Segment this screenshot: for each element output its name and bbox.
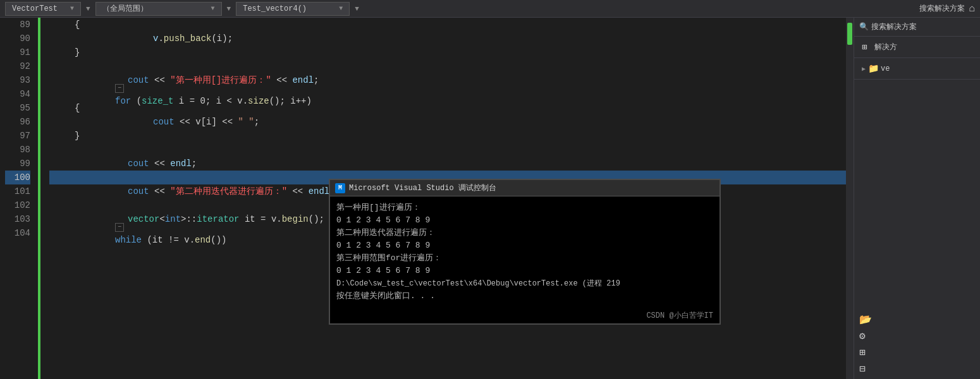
debug-title-bar: M Microsoft Visual Studio 调试控制台: [330, 180, 720, 196]
resolve-icon: ⊞: [862, 42, 872, 52]
scope-label: （全局范围）: [102, 3, 148, 14]
debug-line-2: 0 1 2 3 4 5 6 7 8 9: [336, 214, 713, 227]
separator1: ▼: [86, 5, 90, 13]
function-dropdown[interactable]: Test_vector4() ▼: [236, 2, 350, 16]
sidebar-spacer: [854, 80, 980, 310]
sidebar-ve-section: ▶ 📁 ve: [854, 58, 980, 80]
sidebar-icon-2[interactable]: ⚙: [857, 328, 977, 344]
ln-98: 98: [5, 143, 30, 157]
editor-area: 89 90 91 92 93 94 95 96 97 98 99 100 101…: [0, 18, 854, 379]
sidebar-icon-1[interactable]: 📂: [857, 312, 977, 327]
expand-icon: ⊞: [859, 346, 866, 359]
ln-95: 95: [5, 101, 30, 115]
vertical-scrollbar[interactable]: [846, 18, 854, 379]
ln-102: 102: [5, 198, 30, 212]
ve-arrow: ▶: [862, 65, 866, 73]
project-label: VectorTest: [12, 4, 58, 13]
top-bar-right: 搜索解决方案 ⌂: [919, 3, 975, 15]
home-icon[interactable]: ⌂: [969, 3, 975, 15]
ln-96: 96: [5, 115, 30, 129]
ln-103: 103: [5, 212, 30, 226]
fold-button-104[interactable]: −: [115, 223, 124, 232]
debug-console: M Microsoft Visual Studio 调试控制台 第一种用[]进行…: [329, 179, 721, 325]
function-label: Test_vector4(): [243, 4, 307, 13]
main-content: 89 90 91 92 93 94 95 96 97 98 99 100 101…: [0, 18, 980, 379]
gutter-green: [38, 18, 40, 379]
ln-97: 97: [5, 129, 30, 143]
sidebar-ve-item[interactable]: ▶ 📁 ve: [859, 62, 975, 75]
ln-89: 89: [5, 18, 30, 32]
ln-90: 90: [5, 32, 30, 45]
search-solution-label: 搜索解决方案: [871, 21, 917, 32]
sidebar-icon-4[interactable]: ⊟: [857, 361, 977, 376]
ln-101: 101: [5, 184, 30, 198]
debug-line-5: 第三种用范围for进行遍历：: [336, 252, 713, 265]
sidebar-icon-3[interactable]: ⊞: [857, 345, 977, 360]
settings-icon: ⚙: [859, 330, 866, 342]
ln-91: 91: [5, 45, 30, 59]
code-line-96: cout << v[i] << " ";: [49, 115, 846, 129]
gutter-bg: [38, 18, 43, 379]
vs-icon: M: [335, 183, 345, 193]
debug-line-6: 0 1 2 3 4 5 6 7 8 9: [336, 265, 713, 277]
ln-104: 104: [5, 226, 30, 240]
collapse-icon: ⊟: [859, 363, 866, 375]
debug-output: 第一种用[]进行遍历： 0 1 2 3 4 5 6 7 8 9 第二种用迭代器进…: [330, 196, 720, 308]
search-icon: 🔍: [859, 22, 869, 32]
sidebar-resolve-item[interactable]: ⊞ 解决方: [859, 40, 975, 54]
project-dropdown[interactable]: VectorTest ▼: [5, 2, 81, 16]
debug-line-3: 第二种用迭代器进行遍历：: [336, 227, 713, 239]
fold-button-94[interactable]: −: [115, 84, 124, 93]
debug-line-1: 第一种用[]进行遍历：: [336, 202, 713, 214]
code-line-94: − for (size_t i = 0; i < v.size(); i++): [49, 87, 846, 101]
scope-arrow: ▼: [211, 5, 215, 12]
project-arrow: ▼: [70, 5, 74, 12]
ve-icon: 📁: [868, 63, 878, 74]
debug-path: D:\Code\sw_test_c\vectorTest\x64\Debug\v…: [336, 277, 713, 290]
csdn-watermark: CSDN @小白苦学IT: [330, 308, 720, 323]
scope-dropdown[interactable]: （全局范围） ▼: [95, 2, 222, 16]
ln-92: 92: [5, 59, 30, 73]
ln-93: 93: [5, 73, 30, 87]
separator3: ▼: [355, 5, 359, 13]
ln-94: 94: [5, 87, 30, 101]
separator2: ▼: [227, 5, 231, 13]
function-arrow: ▼: [339, 5, 343, 12]
sidebar-icons-panel: 📂 ⚙ ⊞ ⊟: [854, 310, 980, 379]
ve-label: ve: [881, 64, 890, 73]
resolve-label: 解决方: [874, 42, 897, 52]
top-bar: VectorTest ▼ ▼ （全局范围） ▼ ▼ Test_vector4()…: [0, 0, 980, 18]
folder-icon: 📂: [859, 313, 872, 326]
line-numbers: 89 90 91 92 93 94 95 96 97 98 99 100 101…: [0, 18, 38, 379]
right-sidebar: 🔍 搜索解决方案 ⊞ 解决方 ▶ 📁 ve 📂 ⚙: [854, 18, 980, 379]
debug-line-4: 0 1 2 3 4 5 6 7 8 9: [336, 239, 713, 252]
code-line-99: cout << endl;: [49, 157, 846, 171]
debug-wait: 按任意键关闭此窗口. . .: [336, 290, 713, 303]
sidebar-resolve-section: ⊞ 解决方: [854, 37, 980, 58]
sidebar-search-section: 🔍 搜索解决方案: [854, 18, 980, 37]
ln-99: 99: [5, 157, 30, 171]
search-label: 搜索解决方案: [919, 3, 965, 14]
code-line-90: v.push_back(i);: [49, 32, 846, 45]
ln-100: 100: [5, 171, 30, 184]
scrollbar-thumb: [847, 23, 852, 45]
debug-title: Microsoft Visual Studio 调试控制台: [349, 183, 496, 193]
